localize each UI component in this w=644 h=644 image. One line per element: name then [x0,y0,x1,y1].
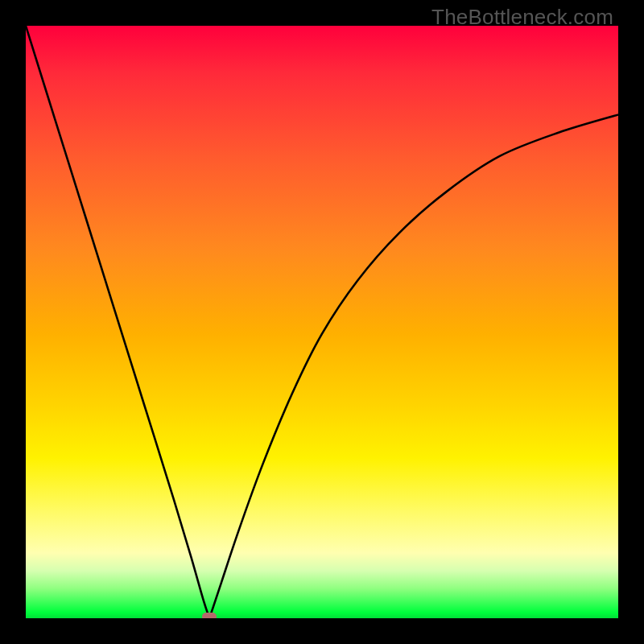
outer-frame [0,0,644,644]
watermark-text: TheBottleneck.com [431,5,613,30]
